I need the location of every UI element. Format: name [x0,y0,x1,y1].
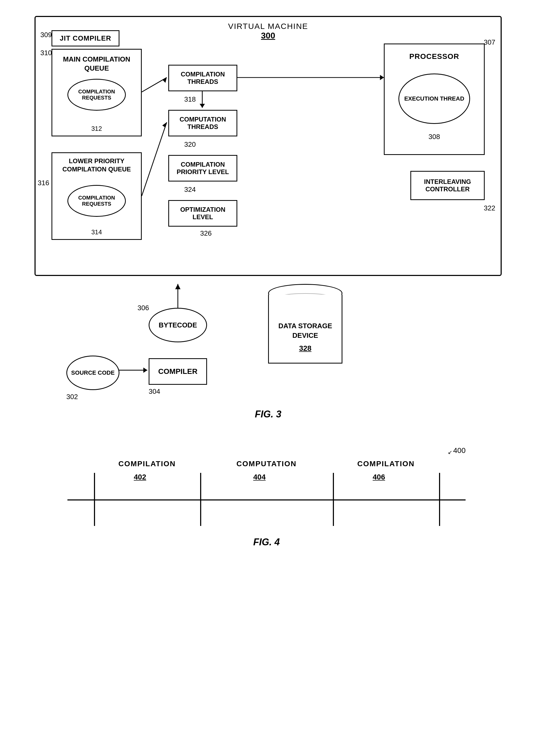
priority-level-box: COMPILATION PRIORITY LEVEL [168,155,237,181]
execution-thread-ref: 308 [429,133,440,141]
interleaving-ref: 322 [484,204,495,212]
lower-queue-inner-ref: 314 [91,229,102,236]
priority-level-ref: 324 [184,185,196,194]
bytecode-ellipse: BYTECODE [149,308,207,342]
vm-box: VIRTUAL MACHINE 300 JIT COMPILER 309 → M… [35,16,502,276]
execution-thread-ellipse: EXECUTION THREAD [398,73,470,124]
compilation1-label: COMPILATION [94,460,200,468]
jit-compiler-label: JIT COMPILER [60,34,111,42]
svg-line-0 [142,77,167,92]
compilation-threads-box: COMPILATION THREADS [168,65,237,91]
main-queue-label: MAIN COMPILATION QUEUE [52,55,141,73]
compilation2-ref: 406 [373,473,385,481]
computation-threads-ref: 320 [184,140,196,148]
svg-marker-9 [175,284,181,289]
data-storage-cylinder: DATA STORAGE DEVICE 328 [268,284,342,369]
svg-marker-3 [162,122,167,128]
main-queue-box: MAIN COMPILATION QUEUE COMPILATION REQUE… [51,49,142,136]
timeline-tick-4 [439,473,440,526]
timeline-tick-1 [94,473,95,526]
timeline-tick-3 [333,473,334,526]
compiler-box: COMPILER [149,358,207,385]
source-code-ellipse: SOURCE CODE [66,356,120,390]
computation-threads-box: COMPUTATION THREADS [168,110,237,136]
svg-marker-5 [380,75,384,80]
source-code-ref: 302 [66,393,78,401]
compilation-threads-ref: 318 [184,95,196,103]
compilation2-label: COMPILATION [333,460,439,468]
lower-queue-requests: COMPILATION REQUESTS [68,185,126,217]
main-queue-inner-ref: 312 [91,125,102,132]
computation-ref: 404 [253,473,266,481]
fig4-label: FIG. 4 [33,537,500,548]
compilation1-ref: 402 [134,473,146,481]
fig3-diagram: VIRTUAL MACHINE 300 JIT COMPILER 309 → M… [21,16,515,420]
vm-title: VIRTUAL MACHINE [228,22,308,31]
jit-compiler-box: JIT COMPILER [51,30,120,46]
processor-label: PROCESSOR [385,52,484,61]
main-queue-ref: 310 [40,49,52,57]
svg-marker-13 [143,367,147,373]
processor-ref: 307 [484,38,495,46]
lower-queue-ref: 316 [38,179,49,187]
bytecode-ref: 306 [137,304,149,312]
opt-level-box: OPTIMIZATION LEVEL [168,200,237,227]
svg-marker-7 [200,104,205,108]
timeline-container: COMPILATION 402 COMPUTATION 404 COMPILAT… [68,446,465,526]
vm-ref: 300 [228,31,308,40]
interleaving-box: INTERLEAVING CONTROLLER [410,171,485,200]
below-vm-section: BYTECODE 306 COMPILER 304 SOURCE CODE 30… [35,276,502,424]
svg-marker-1 [163,77,167,83]
compiler-ref: 304 [149,388,160,396]
opt-level-ref: 326 [200,229,211,237]
processor-box: PROCESSOR EXECUTION THREAD 308 [384,43,485,155]
fig4-diagram: 400 ↙ COMPILATION 402 COMPUTATION 404 CO… [33,446,500,548]
jit-ref: 309 [40,31,52,39]
timeline-line [68,500,465,500]
svg-line-2 [142,122,167,196]
lower-queue-label: LOWER PRIORITY COMPILATION QUEUE [52,157,141,173]
data-storage-label: DATA STORAGE DEVICE 328 [268,321,342,353]
lower-queue-box: LOWER PRIORITY COMPILATION QUEUE COMPILA… [51,152,142,240]
computation-label: COMPUTATION [200,460,333,468]
timeline-tick-2 [200,473,201,526]
main-queue-requests: COMPILATION REQUESTS [68,79,126,111]
